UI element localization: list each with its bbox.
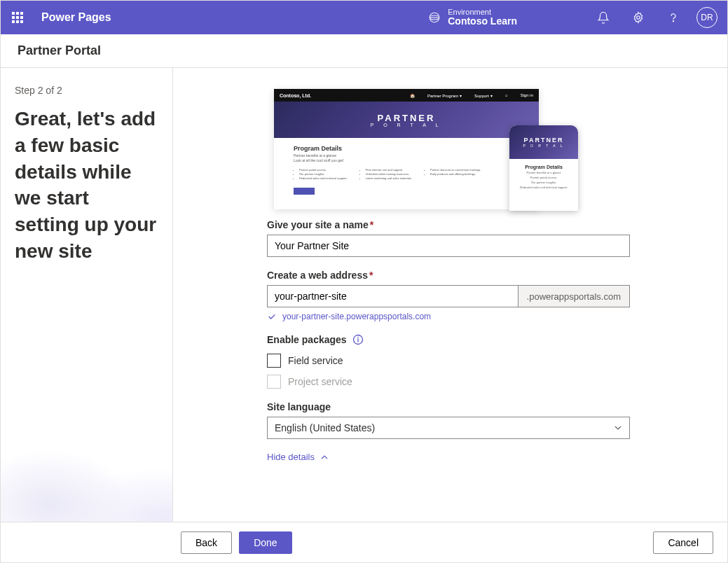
preview-desktop: Contoso, Ltd. 🏠 Partner Program ▾ Suppor… bbox=[274, 89, 539, 209]
main-panel: Contoso, Ltd. 🏠 Partner Program ▾ Suppor… bbox=[173, 68, 727, 522]
settings-button[interactable] bbox=[622, 1, 654, 34]
gear-icon bbox=[632, 11, 645, 24]
left-panel: Step 2 of 2 Great, let's add a few basic… bbox=[1, 68, 173, 522]
site-name-label: Give your site a name* bbox=[267, 219, 671, 230]
language-value: English (United States) bbox=[275, 422, 375, 433]
packages-group: Enable packages Field service Project se… bbox=[267, 334, 671, 389]
checkbox-label: Field service bbox=[288, 355, 343, 366]
svg-point-3 bbox=[673, 21, 673, 22]
web-address-suffix: .powerappsportals.com bbox=[518, 285, 630, 307]
site-name-input[interactable] bbox=[267, 235, 630, 257]
cancel-button[interactable]: Cancel bbox=[653, 531, 713, 554]
environment-icon bbox=[428, 11, 441, 24]
checkbox-label: Project service bbox=[288, 376, 352, 387]
info-icon[interactable] bbox=[352, 334, 364, 345]
environment-name: Contoso Learn bbox=[448, 16, 517, 27]
app-title[interactable]: Power Pages bbox=[41, 11, 111, 24]
left-heading: Great, let's add a few basic details whi… bbox=[15, 106, 158, 265]
top-bar: Power Pages Environment Contoso Learn DR bbox=[1, 1, 727, 34]
user-avatar[interactable]: DR bbox=[696, 7, 717, 28]
chevron-down-icon bbox=[614, 424, 622, 432]
environment-label: Environment bbox=[448, 8, 517, 16]
language-label: Site language bbox=[267, 401, 671, 412]
checkbox-project-service: Project service bbox=[267, 375, 671, 389]
web-address-group: Create a web address* .powerappsportals.… bbox=[267, 270, 671, 321]
web-address-input[interactable] bbox=[267, 285, 518, 307]
checkbox-icon bbox=[267, 375, 281, 389]
language-select[interactable]: English (United States) bbox=[267, 417, 630, 439]
environment-picker[interactable]: Environment Contoso Learn bbox=[428, 8, 531, 27]
packages-label: Enable packages bbox=[267, 334, 671, 345]
waffle-icon bbox=[12, 12, 23, 23]
web-address-label: Create a web address* bbox=[267, 270, 671, 281]
back-button[interactable]: Back bbox=[181, 531, 232, 554]
site-name-group: Give your site a name* bbox=[267, 219, 671, 257]
help-icon bbox=[667, 11, 680, 24]
done-button[interactable]: Done bbox=[239, 531, 291, 554]
svg-point-2 bbox=[637, 16, 640, 20]
body: Step 2 of 2 Great, let's add a few basic… bbox=[1, 68, 727, 522]
hide-details-link[interactable]: Hide details bbox=[267, 452, 671, 462]
site-preview: Contoso, Ltd. 🏠 Partner Program ▾ Suppor… bbox=[267, 86, 582, 211]
page-title: Partner Portal bbox=[1, 34, 727, 68]
app-launcher-button[interactable] bbox=[1, 1, 34, 34]
footer: Back Done Cancel bbox=[1, 522, 727, 562]
checkbox-field-service[interactable]: Field service bbox=[267, 354, 671, 368]
checkmark-icon bbox=[267, 312, 277, 321]
help-button[interactable] bbox=[657, 1, 689, 34]
notifications-button[interactable] bbox=[587, 1, 619, 34]
top-actions: DR bbox=[587, 1, 722, 34]
bell-icon bbox=[597, 11, 610, 24]
checkbox-icon[interactable] bbox=[267, 354, 281, 368]
web-address-validation: your-partner-site.powerappsportals.com bbox=[267, 312, 671, 321]
decorative-wave bbox=[1, 417, 173, 522]
preview-mobile: PARTNER P O R T A L Program Details Part… bbox=[509, 125, 578, 211]
chevron-up-icon bbox=[320, 453, 329, 461]
language-group: Site language English (United States) bbox=[267, 401, 671, 439]
step-indicator: Step 2 of 2 bbox=[15, 85, 158, 96]
